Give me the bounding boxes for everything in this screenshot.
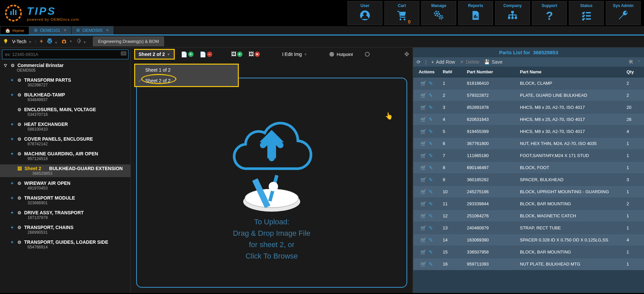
cart-icon[interactable]: 🛒 <box>420 177 427 183</box>
nav-tile-manage[interactable]: Manage <box>421 1 456 25</box>
delete-row-button[interactable]: ✕ Delete <box>460 59 479 65</box>
table-row[interactable]: 🛒✎ 11 293339844 BLOCK, BAR MOUNTING 2 <box>413 198 644 210</box>
save-button[interactable]: 💾 Save <box>484 59 502 65</box>
expand-icon[interactable]: + <box>11 225 15 230</box>
cart-icon[interactable]: 🛒 <box>420 165 427 171</box>
lightbulb-icon[interactable] <box>3 39 9 45</box>
expand-icon[interactable]: + <box>11 92 15 97</box>
cart-icon[interactable]: 🛒 <box>420 213 427 219</box>
cart-icon[interactable]: 🛒 <box>420 225 427 231</box>
cart-icon[interactable]: 🛒 <box>420 141 427 147</box>
cart-icon[interactable]: 🛒 <box>420 104 427 111</box>
edit-icon[interactable]: ✎ <box>429 189 433 195</box>
table-row[interactable]: 🛒✎ 14 163069390 SPACER 0.328 ID X 0.750 … <box>413 234 644 246</box>
cart-icon[interactable]: 🛒 <box>420 249 427 255</box>
edit-icon[interactable]: ✎ <box>429 141 433 147</box>
dropdown-item[interactable]: Sheet 1 of 2 <box>135 65 238 75</box>
tree-node[interactable]: +⚙TRANSPORT, GUIDES, LOADER SIDE65476691… <box>0 238 130 251</box>
expand-icon[interactable]: + <box>11 195 15 201</box>
edit-icon[interactable]: ✎ <box>429 104 433 111</box>
table-row[interactable]: 🛒✎ 12 251064276 BLOCK, MAGNETIC CATCH 1 <box>413 210 644 222</box>
dropdown-item[interactable]: ✓Sheet 2 of 2 <box>135 75 238 86</box>
camera-icon[interactable]: ▼ <box>61 39 72 45</box>
table-row[interactable]: 🛒✎ 16 959711093 NUT PLATE, BULKHEAD MTG … <box>413 258 644 270</box>
table-row[interactable]: 🛒✎ 3 852891878 HHCS, M8 x 20, A2-70, ISO… <box>413 101 644 114</box>
edit-icon[interactable]: ✎ <box>429 92 433 98</box>
table-row[interactable]: 🛒✎ 2 579322872 PLATE, GUARD LINE BULKHEA… <box>413 89 644 101</box>
sub-tab-engineering[interactable]: Engineering Drawing(s) & BOM <box>93 36 164 46</box>
edit-icon[interactable]: ✎ <box>429 117 433 123</box>
tools-caret[interactable]: ▼ <box>637 59 641 65</box>
tab-home[interactable]: 🏠Home <box>0 26 29 34</box>
close-tab-icon[interactable]: ✕ <box>106 28 109 32</box>
tree-node[interactable]: +⚙MACHINE GUARDING, AIR OPEN957124518 <box>0 150 130 162</box>
edit-icon[interactable]: ✎ <box>429 213 433 219</box>
vtech-dropdown[interactable]: V-Tech ▼ <box>12 39 32 44</box>
edit-img-dropdown[interactable]: ⁝ Edit Img ▼ <box>282 52 307 57</box>
tree-node[interactable]: +⚙TRANSPORT MODULE323666901 <box>0 194 130 207</box>
table-row[interactable]: 🛒✎ 4 620631643 HHCS, M8 x 25, A2-70, ISO… <box>413 114 644 126</box>
tab-oemd101[interactable]: ⚙OEMD101✕ <box>29 26 72 34</box>
tree-node[interactable]: ⚙ENCLOSURES, MAIN, VOLTAGE534370716 <box>0 105 130 118</box>
table-row[interactable]: 🛒✎ 7 111865180 FOOT,SANITARY,M24 X 171 S… <box>413 150 644 162</box>
settings-icon[interactable]: ▼ <box>76 38 87 45</box>
add-button[interactable]: + <box>40 38 43 45</box>
add-sheet-button[interactable]: 📄+ <box>181 51 194 58</box>
expand-icon[interactable]: + <box>11 136 15 142</box>
edit-icon[interactable]: ✎ <box>429 153 433 159</box>
edit-icon[interactable]: ✎ <box>429 129 433 135</box>
edit-icon[interactable]: ✎ <box>429 261 433 267</box>
tree-node[interactable]: +⚙TRANSPORT, CHAINS268990531 <box>0 223 130 236</box>
tree-node[interactable]: +⚙WIREWAY AIR OPEN491970453 <box>0 179 130 192</box>
cart-icon[interactable]: 🛒 <box>420 92 427 98</box>
cart-icon[interactable]: 🛒 <box>420 201 427 207</box>
tree-node[interactable]: +⚙HEAT EXCHANGER588100410 <box>0 120 130 133</box>
expand-icon[interactable]: + <box>11 77 15 83</box>
tree-node[interactable]: +⚙COVER PANELS, ENCLOSURE878742142 <box>0 135 130 148</box>
edit-icon[interactable]: ✎ <box>429 80 433 86</box>
add-image-button[interactable]: 🖼+ <box>231 51 243 57</box>
tab-oemd505[interactable]: ⚙OEMD505✕ <box>71 26 114 34</box>
cart-icon[interactable]: 🛒 <box>420 237 427 243</box>
tree-node[interactable]: +⚙BULKHEAD-TAMP934849937 <box>0 91 130 103</box>
tree-node[interactable]: +⚙DRIVE ASSY, TRANSPORT167137979 <box>0 209 130 221</box>
nav-tile-company[interactable]: Company <box>495 1 530 25</box>
expand-icon[interactable]: + <box>11 180 15 186</box>
expand-icon[interactable]: + <box>11 122 15 127</box>
edit-icon[interactable]: ✎ <box>429 165 433 171</box>
nav-tile-reports[interactable]: Reports <box>458 1 493 25</box>
edit-icon[interactable]: ✎ <box>429 177 433 183</box>
sheet-selector[interactable]: Sheet 2 of 2 ▼ <box>134 49 175 60</box>
edit-icon[interactable]: ✎ <box>429 201 433 207</box>
tree-node[interactable]: 🖼Sheet 2 BULKHEAD-GUARD EXTENSION3685298… <box>0 164 130 177</box>
tree-node[interactable]: +⚙TRANSFORM PARTS302398727 <box>0 76 130 89</box>
table-row[interactable]: 🛒✎ 15 336507958 BLOCK, BAR MOUNTING 1 <box>413 246 644 258</box>
nav-tile-sys-admin[interactable]: Sys Admin <box>606 1 641 25</box>
remove-sheet-button[interactable]: 📄− <box>200 51 212 58</box>
edit-icon[interactable]: ✎ <box>429 237 433 243</box>
upload-dropzone[interactable]: 👆 To Upload: Drag & Drop Image File for … <box>136 78 407 288</box>
edit-icon[interactable]: ✎ <box>429 249 433 255</box>
cart-icon[interactable]: 🛒 <box>420 153 427 159</box>
close-tab-icon[interactable]: ✕ <box>63 28 66 32</box>
expand-icon[interactable]: + <box>11 210 15 215</box>
expand-icon[interactable]: + <box>11 151 15 156</box>
remove-image-button[interactable]: 🖼✕ <box>249 51 260 57</box>
cart-icon[interactable]: 🛒 <box>420 261 427 267</box>
logo[interactable]: TIPS powered by OEMDocs.com <box>3 3 79 23</box>
table-row[interactable]: 🛒✎ 9 360185292 SPACER, BULKHEAD 3 <box>413 174 644 186</box>
table-row[interactable]: 🛒✎ 10 245275196 BLOCK, UPRIGHT MOUNTING … <box>413 186 644 198</box>
tools-icon[interactable]: 🛠 <box>629 59 633 65</box>
search-input[interactable] <box>2 50 128 59</box>
table-row[interactable]: 🛒✎ 5 919455399 HHCS, M8 x 30, A2-70, ISO… <box>413 126 644 138</box>
table-row[interactable]: 🛒✎ 13 240480879 STRAP, RECT TUBE 1 <box>413 222 644 234</box>
cart-icon[interactable]: 🛒 <box>420 129 427 135</box>
cart-icon[interactable]: 🛒 <box>420 117 427 123</box>
hotpoint-toggle[interactable]: Hotpoint <box>329 52 370 57</box>
nav-tile-user[interactable]: User <box>347 1 382 25</box>
print-icon[interactable]: ▼ <box>47 38 58 45</box>
add-row-button[interactable]: + Add Row <box>431 59 455 65</box>
cart-icon[interactable]: 🛒 <box>420 80 427 86</box>
nav-tile-cart[interactable]: Cart0 <box>384 1 419 25</box>
nav-tile-status[interactable]: Status <box>569 1 604 25</box>
